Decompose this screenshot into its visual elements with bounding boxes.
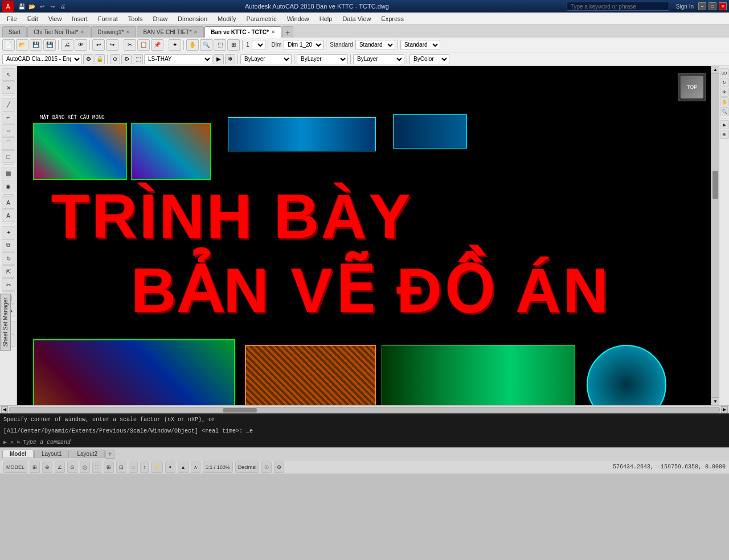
- search-input[interactable]: [567, 2, 669, 11]
- tb-saveas-btn[interactable]: 💾: [43, 39, 56, 51]
- lp-scale-btn[interactable]: ⇱: [2, 265, 15, 278]
- cmd-input-placeholder[interactable]: Type a command: [23, 439, 71, 446]
- menu-item-insert[interactable]: Insert: [67, 14, 92, 23]
- lp-rotate-btn[interactable]: ↻: [2, 252, 15, 265]
- osnap-btn[interactable]: ◎: [80, 462, 90, 473]
- lineweight-combo[interactable]: ByLayer: [353, 54, 404, 64]
- menu-item-help[interactable]: Help: [315, 14, 337, 23]
- tb-zoom-btn[interactable]: 🔍: [200, 39, 212, 51]
- maximize-btn[interactable]: □: [708, 2, 716, 10]
- quick-open-btn[interactable]: 📂: [27, 2, 36, 11]
- dyn-btn[interactable]: ⊡: [116, 462, 126, 473]
- menu-item-view[interactable]: View: [44, 14, 67, 23]
- menu-item-file[interactable]: File: [2, 14, 22, 23]
- tab-chitiet[interactable]: Chi Tiet Noi That* ✕: [27, 26, 91, 38]
- quick-redo-btn[interactable]: ↪: [48, 2, 57, 11]
- scale-combo[interactable]: 1: [252, 40, 265, 50]
- model-btn[interactable]: MODEL: [3, 462, 27, 473]
- close-btn[interactable]: ✕: [719, 2, 727, 10]
- otrack-btn[interactable]: ∷: [92, 462, 101, 473]
- quick-print-btn[interactable]: 🖨: [58, 2, 67, 11]
- new-tab-btn[interactable]: +: [282, 26, 293, 38]
- menu-item-window[interactable]: Window: [282, 14, 314, 23]
- hscroll-left-btn[interactable]: ◀: [1, 406, 8, 413]
- lp-mtext-btn[interactable]: Ā: [2, 209, 15, 222]
- tab-layout1[interactable]: Layout1: [34, 450, 69, 458]
- tab-drawing1[interactable]: Drawing1* ✕: [91, 26, 136, 38]
- tb-zoomwin-btn[interactable]: ⬚: [214, 39, 226, 51]
- tp-btn[interactable]: ↑: [140, 462, 149, 473]
- dim-combo[interactable]: Dim 1_20: [284, 40, 323, 50]
- lwt-btn[interactable]: ═: [129, 462, 138, 473]
- menu-item-express[interactable]: Express: [376, 14, 408, 23]
- layer-combo[interactable]: LS-THAY: [144, 54, 212, 64]
- tb-preview-btn[interactable]: 👁: [75, 39, 87, 51]
- layer-state-btn[interactable]: ▶: [214, 54, 224, 64]
- tb-paste-btn[interactable]: 📌: [151, 39, 163, 51]
- tab-banve-chitiet-close[interactable]: ✕: [194, 30, 198, 35]
- menu-item-draw[interactable]: Draw: [148, 14, 172, 23]
- tab-banve-kttc[interactable]: Ban ve KTTC - TCTC* ✕: [204, 26, 281, 38]
- rp-showmotion-btn[interactable]: ▶: [720, 120, 729, 129]
- menu-item-tools[interactable]: Tools: [124, 14, 148, 23]
- menu-item-modify[interactable]: Modify: [213, 14, 240, 23]
- am-btn[interactable]: ▲: [178, 462, 189, 473]
- linetype-combo[interactable]: ByLayer: [297, 54, 348, 64]
- sign-in-btn[interactable]: Sign In: [674, 3, 696, 10]
- lp-arc-btn[interactable]: ⌒: [2, 137, 15, 150]
- layer-freeze-btn[interactable]: ❄: [225, 54, 235, 64]
- tb-redo-btn[interactable]: ↪: [106, 39, 118, 51]
- lp-circle-btn[interactable]: ○: [2, 124, 15, 137]
- snap-btn[interactable]: ⊕: [42, 462, 52, 473]
- menu-item-data-view[interactable]: Data View: [338, 14, 375, 23]
- tb-undo-btn[interactable]: ↩: [92, 39, 105, 51]
- tab-banve-kttc-close[interactable]: ✕: [271, 30, 275, 35]
- lp-hatch-btn[interactable]: ▦: [2, 167, 15, 179]
- menu-item-dimension[interactable]: Dimension: [173, 14, 212, 23]
- scale-status-btn[interactable]: 1:1 / 100%: [203, 462, 233, 473]
- tb-open-btn[interactable]: 📂: [16, 39, 28, 51]
- tab-model[interactable]: Model: [2, 450, 34, 458]
- layer-mode-btn[interactable]: ⬚: [133, 54, 143, 64]
- lp-text-btn[interactable]: A: [2, 196, 15, 209]
- standard2-combo[interactable]: Standard: [400, 40, 440, 50]
- tab-chitiet-close[interactable]: ✕: [80, 30, 84, 35]
- workspace-settings-btn[interactable]: ⚙: [83, 54, 93, 64]
- tab-banve-chitiet[interactable]: BAN VE CHI TIET* ✕: [137, 26, 204, 38]
- rp-steeringwheel-btn[interactable]: ⊕: [720, 130, 729, 139]
- rp-pan-btn[interactable]: ✋: [720, 97, 729, 106]
- rp-3d-btn[interactable]: 3D: [720, 68, 729, 77]
- menu-item-edit[interactable]: Edit: [23, 14, 43, 23]
- tb-save-btn[interactable]: 💾: [30, 39, 42, 51]
- scroll-up-btn[interactable]: ▲: [711, 66, 719, 74]
- scroll-down-btn[interactable]: ▼: [711, 397, 719, 405]
- lp-copy-btn[interactable]: ⧉: [2, 239, 15, 252]
- tb-copy-btn[interactable]: 📋: [137, 39, 150, 51]
- plotstyle-combo[interactable]: ByColor: [409, 54, 449, 64]
- isolate-btn[interactable]: ☉: [261, 462, 272, 473]
- menu-item-parametric[interactable]: Parametric: [241, 14, 281, 23]
- tab-layout2[interactable]: Layout2: [69, 450, 105, 458]
- lp-move-btn[interactable]: ✦: [2, 226, 15, 238]
- rp-walk-btn[interactable]: 👁: [720, 88, 729, 97]
- tb-match-btn[interactable]: ✦: [169, 39, 181, 51]
- tab-start[interactable]: Start: [2, 26, 27, 38]
- lp-rect-btn[interactable]: □: [2, 150, 15, 163]
- sheet-set-manager-tab[interactable]: Sheet Set Manager: [0, 294, 11, 351]
- tab-drawing1-close[interactable]: ✕: [126, 30, 130, 35]
- tb-plot-btn[interactable]: 🖨: [61, 39, 73, 51]
- nav-cube[interactable]: TOP: [678, 73, 706, 101]
- rp-orbit-btn[interactable]: ↻: [720, 78, 729, 87]
- hscroll-right-btn[interactable]: ▶: [721, 406, 728, 413]
- isoplane-btn[interactable]: ⊙: [67, 462, 77, 473]
- lp-erase-btn[interactable]: ✕: [2, 81, 15, 94]
- textstyle-combo[interactable]: Standard: [355, 40, 395, 50]
- workspace-combo[interactable]: AutoCAD Cla...2015 - Englisl: [2, 54, 82, 64]
- tb-pan-btn[interactable]: ✋: [186, 39, 199, 51]
- sc-btn[interactable]: ✦: [165, 462, 175, 473]
- tb-cut-btn[interactable]: ✂: [124, 39, 136, 51]
- lp-polyline-btn[interactable]: ⌐: [2, 111, 15, 123]
- minimize-btn[interactable]: −: [698, 2, 706, 10]
- lp-region-btn[interactable]: ◉: [2, 180, 15, 192]
- lp-line-btn[interactable]: ╱: [2, 98, 15, 110]
